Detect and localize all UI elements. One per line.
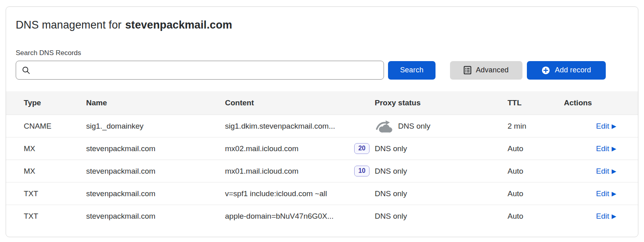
edit-link-label: Edit	[596, 167, 609, 176]
search-label: Search DNS Records	[16, 49, 628, 57]
col-header-ttl: TTL	[508, 98, 564, 107]
dns-management-card: DNS management forstevenpackmail.com Sea…	[6, 6, 638, 237]
search-button[interactable]: Search	[388, 61, 436, 80]
edit-link-label: Edit	[596, 189, 609, 198]
page-title: DNS management forstevenpackmail.com	[16, 19, 628, 31]
search-box[interactable]	[16, 61, 384, 80]
record-content: sig1.dkim.stevenpackmail.com...	[225, 122, 335, 131]
edit-record-link[interactable]: Edit▶	[596, 189, 616, 198]
mx-priority-badge: 10	[354, 166, 369, 176]
table-row: TXT stevenpackmail.com v=spf1 include:ic…	[6, 182, 638, 205]
record-name: stevenpackmail.com	[86, 212, 225, 221]
edit-arrow-icon: ▶	[611, 145, 616, 152]
plus-circle-icon	[541, 66, 550, 75]
record-type: MX	[6, 144, 86, 153]
table-row: TXT stevenpackmail.com apple-domain=bNuV…	[6, 205, 638, 227]
edit-link-label: Edit	[596, 122, 609, 131]
table-row: CNAME sig1._domainkey sig1.dkim.stevenpa…	[6, 115, 638, 137]
edit-link-label: Edit	[596, 144, 609, 153]
edit-record-link[interactable]: Edit▶	[596, 167, 616, 176]
record-ttl: Auto	[508, 189, 564, 198]
proxy-status-text: DNS only	[375, 144, 407, 153]
record-ttl: Auto	[508, 144, 564, 153]
record-type: MX	[6, 167, 86, 176]
edit-arrow-icon: ▶	[611, 123, 616, 130]
record-ttl: Auto	[508, 212, 564, 221]
edit-link-label: Edit	[596, 212, 609, 221]
proxy-status-text: DNS only	[375, 167, 407, 176]
table-row: MX stevenpackmail.com mx01.mail.icloud.c…	[6, 160, 638, 182]
proxy-status-text: DNS only	[398, 122, 430, 131]
advanced-list-icon	[464, 66, 471, 74]
add-record-button[interactable]: Add record	[527, 61, 606, 80]
edit-record-link[interactable]: Edit▶	[596, 144, 616, 153]
proxy-status-text: DNS only	[375, 189, 407, 198]
edit-arrow-icon: ▶	[611, 168, 616, 175]
col-header-name: Name	[86, 98, 225, 107]
record-content: apple-domain=bNuV47n6G0X...	[225, 212, 334, 221]
table-row: MX stevenpackmail.com mx02.mail.icloud.c…	[6, 137, 638, 160]
record-name: stevenpackmail.com	[86, 189, 225, 198]
record-name: sig1._domainkey	[86, 122, 225, 131]
search-icon	[22, 66, 31, 75]
add-record-button-label: Add record	[555, 66, 591, 74]
record-name: stevenpackmail.com	[86, 144, 225, 153]
record-content: mx01.mail.icloud.com	[225, 167, 299, 176]
search-input[interactable]	[35, 61, 378, 79]
edit-record-link[interactable]: Edit▶	[596, 212, 616, 221]
table-header-row: Type Name Content Proxy status TTL Actio…	[6, 91, 638, 115]
dns-only-cloud-icon	[375, 119, 393, 133]
record-type: TXT	[6, 212, 86, 221]
proxy-status-text: DNS only	[375, 212, 407, 221]
record-type: TXT	[6, 189, 86, 198]
edit-arrow-icon: ▶	[611, 190, 616, 197]
col-header-actions: Actions	[564, 98, 638, 107]
record-content: v=spf1 include:icloud.com ~all	[225, 189, 327, 198]
record-type: CNAME	[6, 122, 86, 131]
table-body: CNAME sig1._domainkey sig1.dkim.stevenpa…	[6, 115, 638, 227]
record-ttl: Auto	[508, 167, 564, 176]
record-ttl: 2 min	[508, 122, 564, 131]
advanced-button[interactable]: Advanced	[450, 61, 522, 80]
record-name: stevenpackmail.com	[86, 167, 225, 176]
edit-record-link[interactable]: Edit▶	[596, 122, 616, 131]
search-controls: Search Advanced A	[16, 61, 628, 80]
col-header-proxy: Proxy status	[375, 98, 508, 107]
domain-name: stevenpackmail.com	[125, 19, 232, 31]
dns-records-table: Type Name Content Proxy status TTL Actio…	[6, 91, 638, 227]
col-header-type: Type	[6, 98, 86, 107]
edit-arrow-icon: ▶	[611, 213, 616, 220]
col-header-content: Content	[225, 98, 375, 107]
mx-priority-badge: 20	[354, 143, 369, 154]
record-content: mx02.mail.icloud.com	[225, 144, 299, 153]
page-title-prefix: DNS management for	[16, 19, 122, 31]
advanced-button-label: Advanced	[476, 66, 509, 74]
